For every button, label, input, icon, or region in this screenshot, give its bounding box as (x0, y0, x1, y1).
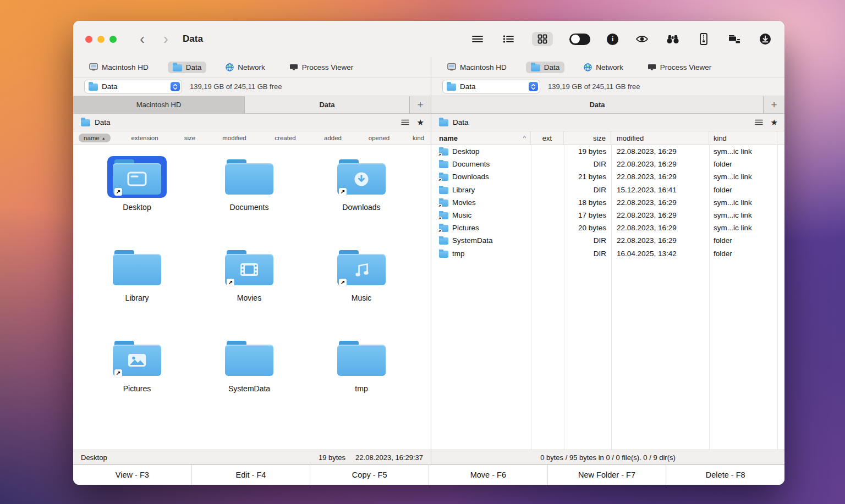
sort-ascending-icon: ^ (523, 135, 526, 141)
menu-icon[interactable] (470, 32, 485, 46)
display-icon (648, 64, 656, 71)
place-data[interactable]: Data (168, 62, 207, 73)
column-header-ext[interactable]: ext (531, 131, 564, 145)
copy-f5-button[interactable]: Copy - F5 (310, 465, 429, 485)
sort-ascending-icon: ▲ (102, 136, 106, 140)
grid-item-music[interactable]: Music (305, 247, 418, 337)
column-header-modified[interactable]: modified (210, 135, 259, 141)
view-menu-icon[interactable] (401, 119, 409, 125)
place-process-viewer[interactable]: Process Viewer (284, 62, 359, 73)
grid-item-pictures[interactable]: Pictures (81, 337, 193, 428)
place-process-viewer[interactable]: Process Viewer (643, 62, 717, 73)
drive-selector[interactable]: Data (442, 80, 540, 93)
folder-icon (225, 159, 273, 195)
tab-data[interactable]: Data (245, 96, 410, 113)
new-folder-f7-button[interactable]: New Folder - F7 (548, 465, 667, 485)
zoom-button[interactable] (109, 36, 117, 43)
view-f3-button[interactable]: View - F3 (73, 465, 192, 485)
table-row[interactable]: Downloads 21 bytes 22.08.2023, 16:29 sym… (431, 170, 784, 183)
file-manager-window: ‹ › Data i (73, 21, 784, 485)
grid-item-desktop[interactable]: Desktop (81, 156, 193, 247)
title-bar: ‹ › Data i (73, 21, 784, 57)
new-tab-button[interactable]: + (764, 96, 784, 113)
column-header-name[interactable]: name▲ (79, 134, 119, 142)
alias-arrow-icon (227, 279, 234, 286)
favorite-star-icon[interactable]: ★ (771, 118, 778, 126)
right-path-bar: Data ★ (431, 114, 784, 131)
place-network[interactable]: Network (579, 62, 628, 73)
column-header-modified[interactable]: modified (611, 131, 709, 145)
place-data[interactable]: Data (526, 62, 565, 73)
grid-item-documents[interactable]: Documents (193, 156, 305, 247)
table-row[interactable]: tmp DIR 16.04.2025, 13:42 folder (431, 247, 784, 260)
status-size: 19 bytes (319, 453, 345, 462)
grid-item-movies[interactable]: Movies (193, 247, 305, 337)
download-icon[interactable] (758, 32, 772, 46)
column-header-kind[interactable]: kind (709, 131, 777, 145)
downloads-folder-icon (337, 159, 386, 195)
archive-icon[interactable] (696, 32, 711, 46)
folder-icon (173, 64, 182, 71)
edit-f4-button[interactable]: Edit - F4 (192, 465, 311, 485)
grid-item-downloads[interactable]: Downloads (305, 156, 418, 247)
minimize-button[interactable] (97, 36, 105, 43)
place-label: Macintosh HD (102, 63, 149, 71)
table-row[interactable]: Desktop 19 bytes 22.08.2023, 16:29 sym..… (431, 145, 784, 158)
close-button[interactable] (85, 36, 92, 43)
toggle-icon[interactable] (569, 34, 590, 45)
item-label: SystemData (228, 384, 270, 393)
grid-item-tmp[interactable]: tmp (305, 337, 418, 428)
stepper-icon[interactable] (529, 82, 538, 91)
item-label: Music (352, 293, 372, 302)
alias-arrow-icon (114, 188, 122, 196)
move-f6-button[interactable]: Move - F6 (429, 465, 548, 485)
new-tab-button[interactable]: + (410, 96, 431, 113)
back-button[interactable]: ‹ (140, 32, 145, 47)
current-path: Data (453, 118, 469, 126)
info-icon[interactable]: i (607, 34, 618, 45)
table-row[interactable]: SystemData DIR 22.08.2023, 16:29 folder (431, 234, 784, 247)
column-header-added[interactable]: added (311, 135, 354, 141)
stepper-icon[interactable] (171, 82, 180, 91)
view-menu-icon[interactable] (755, 119, 763, 125)
network-share-icon[interactable] (727, 32, 742, 46)
column-header-size[interactable]: size (170, 135, 210, 141)
column-header-kind[interactable]: kind (404, 135, 431, 141)
pictures-folder-icon (113, 341, 161, 376)
tab-data[interactable]: Data (431, 96, 764, 113)
favorite-star-icon[interactable]: ★ (417, 118, 424, 126)
symlink-folder-icon (439, 200, 448, 207)
place-macintosh-hd[interactable]: Macintosh HD (84, 62, 153, 73)
drive-selected: Data (102, 82, 167, 91)
table-row[interactable]: Movies 18 bytes 22.08.2023, 16:29 sym...… (431, 196, 784, 209)
table-row[interactable]: Pictures 20 bytes 22.08.2023, 16:29 sym.… (431, 221, 784, 234)
binoculars-icon[interactable] (666, 32, 680, 46)
column-header-extension[interactable]: extension (119, 135, 170, 141)
table-row[interactable]: Documents DIR 22.08.2023, 16:29 folder (431, 158, 784, 170)
movies-folder-icon (225, 250, 273, 285)
function-key-bar: View - F3 Edit - F4 Copy - F5 Move - F6 … (73, 464, 784, 485)
folder-icon (113, 250, 161, 285)
list-view-icon[interactable] (501, 32, 515, 46)
alias-arrow-icon (339, 279, 347, 286)
column-header-opened[interactable]: opened (354, 135, 404, 141)
grid-view-icon[interactable] (532, 32, 553, 46)
column-header-created[interactable]: created (259, 135, 311, 141)
grid-item-library[interactable]: Library (81, 247, 193, 337)
column-header-name[interactable]: name^ (431, 131, 531, 145)
place-macintosh-hd[interactable]: Macintosh HD (442, 62, 512, 73)
item-label: tmp (355, 384, 367, 393)
forward-button[interactable]: › (163, 32, 168, 47)
tab-macintosh-hd[interactable]: Macintosh HD (73, 96, 245, 113)
grid-item-systemdata[interactable]: SystemData (193, 337, 305, 428)
table-row[interactable]: Music 17 bytes 22.08.2023, 16:29 sym...i… (431, 209, 784, 221)
place-label: Process Viewer (660, 63, 712, 71)
place-network[interactable]: Network (221, 62, 270, 73)
folder-icon (439, 161, 448, 168)
delete-f8-button[interactable]: Delete - F8 (666, 465, 784, 485)
eye-icon[interactable] (635, 32, 649, 46)
table-row[interactable]: Library DIR 15.12.2023, 16:41 folder (431, 184, 784, 196)
column-header-size[interactable]: size (564, 131, 611, 145)
drive-selector[interactable]: Data (84, 80, 182, 93)
free-space-label: 139,19 GB of 245,11 GB free (548, 82, 640, 91)
